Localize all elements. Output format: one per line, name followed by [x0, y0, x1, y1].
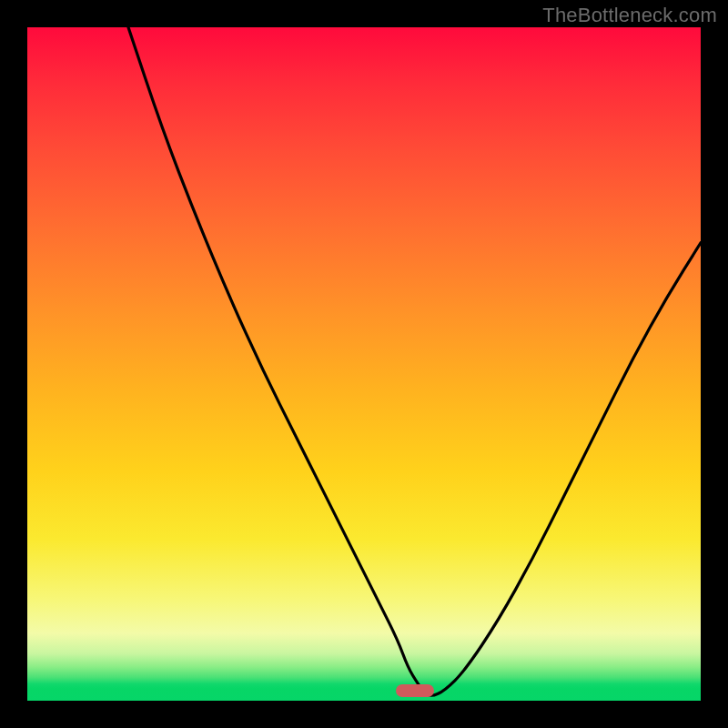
curve-path [128, 27, 701, 695]
optimal-marker-pill [396, 684, 434, 697]
chart-frame: TheBottleneck.com [0, 0, 728, 728]
watermark-text: TheBottleneck.com [542, 4, 717, 27]
bottleneck-curve [27, 27, 701, 701]
plot-area [27, 27, 701, 701]
